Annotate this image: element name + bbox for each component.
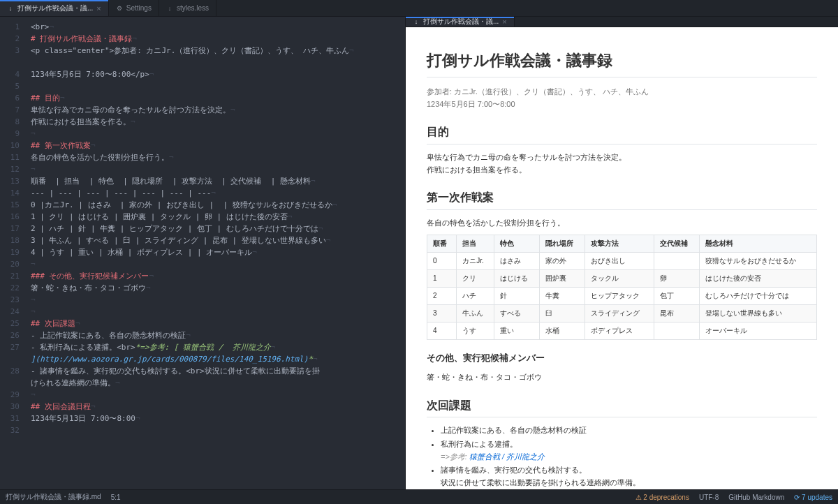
code-editor[interactable]: 1234567891011121314151617181920212223242… (0, 17, 405, 489)
preview-h3-other: その他、実行犯候補メンバー (427, 351, 817, 366)
preview-text: 箸・蛇・きね・布・タコ・ゴボウ (427, 371, 817, 384)
status-encoding[interactable]: UTF-8 (699, 494, 719, 501)
preview-tab-bar: ↓打倒サル作戦会議・議...× (406, 17, 838, 27)
status-language[interactable]: GitHub Markdown (728, 494, 784, 501)
list-item: 私刑行為による逮捕。=>参考: 猿蟹合戦 / 芥川龍之介 (441, 438, 817, 463)
table-row: 1クリはじける囲炉裏タックル卵はじけた後の安否 (427, 270, 817, 288)
preview-link[interactable]: 猿蟹合戦 / 芥川龍之介 (469, 452, 545, 461)
close-icon[interactable]: × (96, 4, 101, 13)
tab[interactable]: ↓打倒サル作戦会議・議...× (0, 0, 109, 16)
preview-h2-plan: 第一次作戦案 (427, 188, 817, 210)
file-icon: ↓ (166, 5, 173, 12)
tab-label: styles.less (177, 4, 209, 12)
preview-h2-purpose: 目的 (427, 123, 817, 144)
table-row: 4うす重い水桶ボディプレスオーバーキル (427, 323, 817, 340)
file-icon: ⚙ (116, 5, 123, 12)
preview-h1: 打倒サル作戦会議・議事録 (427, 48, 817, 77)
status-cursor-pos[interactable]: 5:1 (111, 494, 121, 501)
markdown-preview: 打倒サル作戦会議・議事録 参加者: カニJr.（進行役）、クリ（書記）、うす、 … (406, 27, 838, 489)
tab[interactable]: ↓styles.less (159, 0, 216, 16)
table-header: 懸念材料 (700, 235, 817, 253)
table-header: 交代候補 (654, 235, 700, 253)
markdown-preview-pane[interactable]: ↓打倒サル作戦会議・議...× 打倒サル作戦会議・議事録 参加者: カニJr.（… (405, 17, 838, 489)
table-header: 順番 (427, 235, 457, 253)
split-view: 1234567891011121314151617181920212223242… (0, 17, 838, 489)
line-gutter: 1234567891011121314151617181920212223242… (0, 17, 28, 489)
table-header: 隠れ場所 (540, 235, 585, 253)
preview-text: 各自の特色を活かした役割分担を行う。 (427, 217, 817, 230)
preview-text: 卑怯な行為でカニ母の命を奪ったサルを討つ方法を決定。作戦における担当案を作る。 (427, 151, 817, 176)
tab[interactable]: ↓打倒サル作戦会議・議...× (406, 17, 515, 27)
preview-meta: 参加者: カニJr.（進行役）、クリ（書記）、うす、 ハチ、牛ふん1234年5月… (427, 86, 817, 110)
editor-tab-bar: ↓打倒サル作戦会議・議...×⚙Settings↓styles.less (0, 0, 838, 17)
status-filename[interactable]: 打倒サル作戦会議・議事録.md (6, 492, 101, 502)
code-area[interactable]: <br>¬# 打倒サル作戦会議・議事録¬<p class="center">参加… (28, 17, 405, 489)
table-row: 0カニJr.はさみ家の外おびき出し狡猾なサルをおびきだせるか (427, 253, 817, 270)
preview-list: 上記作戦案にある、各自の懸念材料の検証私刑行為による逮捕。=>参考: 猿蟹合戦 … (427, 424, 817, 489)
status-deprecations[interactable]: ⚠ 2 deprecations (635, 494, 689, 501)
status-bar: 打倒サル作戦会議・議事録.md 5:1 ⚠ 2 deprecations UTF… (0, 489, 838, 504)
tab-label: 打倒サル作戦会議・議... (17, 3, 93, 13)
table-header: 担当 (457, 235, 494, 253)
preview-h2-next: 次回課題 (427, 396, 817, 418)
table-header: 特色 (494, 235, 540, 253)
tab[interactable]: ⚙Settings (109, 0, 159, 16)
table-row: 3牛ふんすべる臼スライディング昆布登場しない世界線も多い (427, 305, 817, 323)
status-updates[interactable]: ⟳ 7 updates (794, 494, 832, 501)
preview-table: 順番担当特色隠れ場所攻撃方法交代候補懸念材料0カニJr.はさみ家の外おびき出し狡… (427, 235, 817, 340)
list-item: 諸事情を鑑み、実行犯の交代も検討する。状況に併せて柔軟に出動要請を掛けられる連絡… (441, 464, 817, 489)
close-icon[interactable]: × (502, 17, 506, 26)
table-header: 攻撃方法 (585, 235, 654, 253)
file-icon: ↓ (7, 5, 14, 12)
table-row: 2ハチ針牛糞ヒップアタック包丁むしろハチだけで十分では (427, 288, 817, 305)
list-item: 上記作戦案にある、各自の懸念材料の検証 (441, 424, 817, 437)
tab-label: Settings (126, 4, 152, 12)
file-icon: ↓ (413, 18, 420, 25)
tab-label: 打倒サル作戦会議・議... (423, 17, 499, 27)
